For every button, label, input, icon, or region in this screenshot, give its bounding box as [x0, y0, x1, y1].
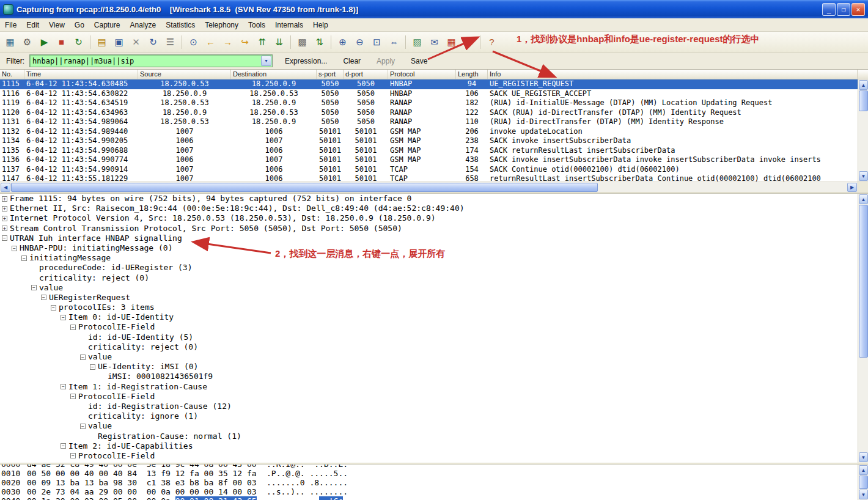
column-header-length[interactable]: Length — [456, 70, 488, 79]
scroll-up-button[interactable]: ▲ — [859, 80, 868, 90]
column-header-sport[interactable]: s-port — [317, 70, 344, 79]
tree-expander-icon[interactable]: + — [2, 196, 7, 202]
filter-label-button[interactable]: Filter: — [2, 56, 28, 67]
capture-options-icon[interactable]: ⚙ — [19, 34, 35, 50]
tree-expander-icon[interactable]: − — [70, 453, 76, 458]
scroll-right-button[interactable]: ▶ — [847, 183, 857, 192]
column-header-info[interactable]: Info — [488, 70, 858, 79]
tree-expander-icon[interactable]: − — [80, 424, 86, 429]
menu-capture[interactable]: Capture — [89, 19, 125, 31]
hex-row[interactable]: 0000d4 ae 52 c8 49 40 00 0e 5e 18 9c 44 … — [0, 465, 858, 469]
maximize-button[interactable]: ❐ — [837, 3, 850, 16]
tree-expander-icon[interactable]: − — [41, 295, 46, 300]
detail-line[interactable]: +Internet Protocol Version 4, Src: 18.25… — [0, 213, 858, 223]
menu-help[interactable]: Help — [308, 19, 333, 31]
tree-expander-icon[interactable]: + — [2, 206, 7, 211]
filter-expression-button[interactable]: Expression... — [281, 56, 331, 67]
hscroll-thumb[interactable] — [11, 183, 598, 192]
detail-line[interactable]: id: id-UE-Identity (5) — [0, 333, 858, 342]
menu-telephony[interactable]: Telephony — [200, 19, 243, 31]
detail-line[interactable]: −ProtocolIE-Field — [0, 451, 858, 461]
menu-view[interactable]: View — [44, 19, 70, 31]
packet-row[interactable]: 11156-04-12 11:43:54.63048518.250.0.5318… — [0, 79, 868, 89]
detail-line[interactable]: +Stream Control Transmission Protocol, S… — [0, 224, 858, 233]
detail-line[interactable]: procedureCode: id-UERegister (3) — [0, 263, 858, 273]
tree-expander-icon[interactable]: − — [51, 305, 56, 311]
filter-input[interactable]: hnbap||ranap||m3ua||sip ▼ — [29, 54, 273, 67]
capture-start-icon[interactable]: ▶ — [36, 34, 53, 50]
detail-line[interactable]: +Frame 1115: 94 bytes on wire (752 bits)… — [0, 194, 858, 204]
column-header-destination[interactable]: Destination — [231, 70, 317, 79]
packet-row[interactable]: 11206-04-12 11:43:54.63496318.250.0.918.… — [0, 108, 868, 118]
menu-analyze[interactable]: Analyze — [125, 19, 161, 31]
detail-line[interactable]: −protocolIEs: 3 items — [0, 303, 858, 312]
packet-row[interactable]: 11366-04-12 11:43:54.9907741006100750101… — [0, 155, 868, 165]
auto-scroll-live-icon[interactable]: ⇅ — [311, 34, 328, 50]
tree-expander-icon[interactable]: − — [70, 394, 76, 399]
tree-expander-icon[interactable]: + — [2, 216, 7, 221]
menu-tools[interactable]: Tools — [243, 19, 270, 31]
zoom-normal-icon[interactable]: ⊡ — [369, 34, 385, 50]
details-vscrollbar[interactable]: ▲ ▼ — [858, 194, 868, 463]
tree-expander-icon[interactable]: − — [61, 443, 66, 449]
vscroll-thumb[interactable] — [859, 205, 868, 358]
tree-expander-icon[interactable]: − — [21, 256, 27, 261]
zoom-out-icon[interactable]: ⊖ — [351, 34, 368, 50]
menu-file[interactable]: File — [0, 19, 21, 31]
filter-clear-button[interactable]: Clear — [339, 56, 364, 67]
zoom-in-icon[interactable]: ⊕ — [334, 34, 351, 50]
edit-capture-filters-icon[interactable]: ▦ — [443, 34, 460, 50]
hex-row[interactable]: 003000 2e 73 04 aa 29 00 00 00 0a 00 00 … — [0, 487, 858, 496]
go-last-packet-icon[interactable]: ⇊ — [271, 34, 287, 50]
tree-expander-icon[interactable]: − — [61, 384, 66, 389]
open-capture-file-icon[interactable]: ▤ — [94, 34, 110, 50]
detail-line[interactable]: criticality: ignore (1) — [0, 411, 858, 421]
filter-save-button[interactable]: Save — [407, 56, 431, 67]
edit-display-filters-icon[interactable]: ✉ — [426, 34, 443, 50]
scroll-left-button[interactable]: ◀ — [1, 183, 10, 192]
scroll-down-button[interactable]: ▼ — [859, 171, 868, 181]
packet-list-vscrollbar[interactable]: ▲ ▼ — [858, 79, 868, 182]
edit-coloring-rules-icon[interactable]: ▨ — [409, 34, 425, 50]
minimize-button[interactable]: _ — [822, 3, 836, 16]
save-capture-file-icon[interactable]: ▣ — [111, 34, 127, 50]
detail-line[interactable]: iMSI: 00010821436501f9 — [0, 372, 858, 381]
column-header-time[interactable]: Time — [24, 70, 138, 79]
close-capture-file-icon[interactable]: ✕ — [128, 34, 144, 50]
colorize-packet-list-icon[interactable]: ▩ — [294, 34, 311, 50]
close-button[interactable]: ✕ — [851, 3, 865, 16]
packet-row[interactable]: 11346-04-12 11:43:54.9902051006100750101… — [0, 136, 868, 146]
detail-line[interactable]: id: id-Registration-Cause (12) — [0, 402, 858, 411]
detail-line[interactable]: −value — [0, 352, 858, 362]
detail-line[interactable]: −UTRAN Iuh interface HNBAP signalling — [0, 233, 858, 243]
menu-go[interactable]: Go — [70, 19, 89, 31]
resize-columns-icon[interactable]: ⇔ — [386, 34, 402, 50]
detail-line[interactable]: −UE-Identity: iMSI (0) — [0, 362, 858, 372]
packet-row[interactable]: 11476-04-12 11:43:55.1812291007100650101… — [0, 174, 868, 182]
packet-row[interactable]: 11316-04-12 11:43:54.98906418.250.0.5318… — [0, 117, 868, 127]
packet-row[interactable]: 11326-04-12 11:43:54.9894401007100650101… — [0, 127, 868, 137]
tree-expander-icon[interactable]: − — [90, 364, 95, 370]
filter-apply-button[interactable]: Apply — [373, 56, 399, 67]
go-first-packet-icon[interactable]: ⇈ — [254, 34, 270, 50]
capture-stop-icon[interactable]: ■ — [53, 34, 70, 50]
go-forward-icon[interactable]: → — [219, 34, 236, 50]
scroll-down-button[interactable]: ▼ — [859, 490, 868, 499]
detail-line[interactable]: −Item 1: id-Registration-Cause — [0, 382, 858, 392]
tree-expander-icon[interactable]: − — [2, 235, 7, 241]
reload-capture-file-icon[interactable]: ↻ — [145, 34, 161, 50]
detail-line[interactable]: criticality: reject (0) — [0, 273, 858, 283]
vscroll-thumb[interactable] — [859, 90, 868, 111]
detail-line[interactable]: criticality: reject (0) — [0, 342, 858, 352]
detail-line[interactable]: Registration-Cause: normal (1) — [0, 432, 858, 441]
go-to-packet-icon[interactable]: ↪ — [237, 34, 253, 50]
bytes-vscrollbar[interactable]: ▲ ▼ — [858, 465, 868, 500]
hex-row[interactable]: 002000 09 13 ba 13 ba 98 30 c1 38 e3 b8 … — [0, 478, 858, 487]
print-packets-icon[interactable]: ☰ — [162, 34, 178, 50]
menu-internals[interactable]: Internals — [270, 19, 308, 31]
menu-statistics[interactable]: Statistics — [161, 19, 200, 31]
tree-expander-icon[interactable]: + — [2, 226, 7, 231]
vscroll-thumb[interactable] — [859, 476, 868, 489]
packet-list-hscrollbar[interactable]: ◀ ▶ — [0, 182, 858, 192]
help-icon[interactable]: ? — [484, 34, 500, 50]
